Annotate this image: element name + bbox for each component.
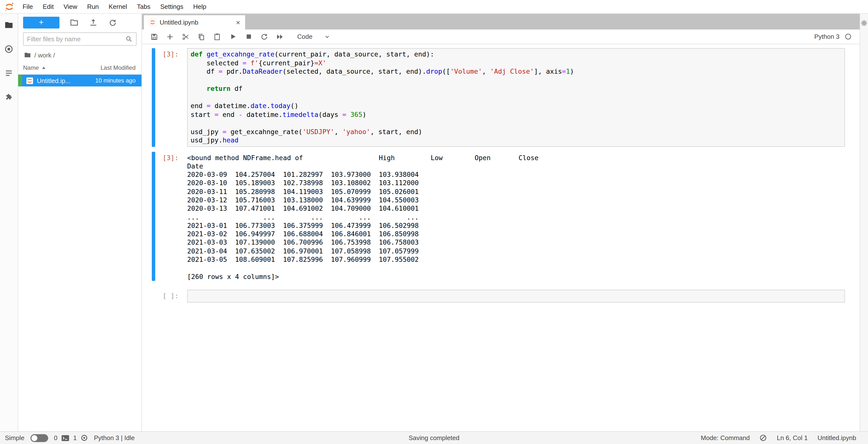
filter-files-box bbox=[23, 32, 136, 46]
code-line: df = pdr.DataReader(selected, data_sourc… bbox=[191, 67, 841, 76]
last-modified-column-header[interactable]: Last Modified bbox=[100, 64, 135, 71]
terminal-icon bbox=[61, 435, 69, 441]
upload-icon[interactable] bbox=[89, 18, 98, 27]
tab-title: Untitled.ipynb bbox=[160, 19, 198, 26]
new-folder-icon[interactable] bbox=[70, 18, 79, 27]
property-inspector-gear-icon[interactable] bbox=[861, 20, 868, 431]
code-line: usd_jpy = get_excahnge_rate('USDJPY', 'y… bbox=[191, 127, 841, 136]
status-message: Saving completed bbox=[409, 434, 460, 442]
input-collapser[interactable] bbox=[152, 48, 155, 147]
output-collapser[interactable] bbox=[152, 152, 155, 281]
running-kernel-indicator bbox=[18, 75, 22, 87]
empty-input-prompt: [ ]: bbox=[155, 290, 187, 303]
status-right-group: Mode: Command Ln 6, Col 1 Untitled.ipynb bbox=[701, 434, 856, 442]
code-line: usd_jpy.head bbox=[191, 136, 841, 145]
empty-cell-collapser bbox=[152, 290, 155, 303]
kernel-sessions-icon bbox=[81, 434, 88, 442]
menu-item-kernel[interactable]: Kernel bbox=[104, 0, 132, 13]
menu-bar: File Edit View Run Kernel Tabs Settings … bbox=[0, 0, 868, 14]
notebook-toolbar: Code Python 3 bbox=[142, 29, 860, 44]
code-cell: [3]: def get_excahnge_rate(current_pair,… bbox=[152, 48, 845, 147]
run-cell-icon[interactable] bbox=[228, 32, 237, 41]
insert-cell-icon[interactable] bbox=[165, 32, 175, 41]
cursor-position[interactable]: Ln 6, Col 1 bbox=[777, 434, 808, 442]
home-folder-icon bbox=[24, 52, 31, 58]
toggle-knob bbox=[31, 435, 37, 441]
right-sidebar-stripe bbox=[860, 14, 868, 431]
notification-bell-icon[interactable] bbox=[760, 434, 767, 442]
kernels-count: 1 bbox=[73, 434, 76, 442]
restart-kernel-icon[interactable] bbox=[260, 32, 269, 41]
running-sessions-icon[interactable] bbox=[4, 44, 14, 54]
breadcrumb[interactable]: / work / bbox=[18, 49, 142, 61]
notebook-file-icon bbox=[149, 19, 156, 26]
cell-type-label: Code bbox=[297, 33, 312, 40]
code-line bbox=[191, 93, 841, 102]
code-line: end = datetime.date.today() bbox=[191, 102, 841, 110]
filter-files-input[interactable] bbox=[27, 35, 125, 43]
sessions-summary[interactable]: 0 1 bbox=[54, 434, 88, 442]
notebook-file-icon bbox=[26, 77, 33, 84]
run-all-cells-icon[interactable] bbox=[276, 32, 284, 41]
jupyter-logo-icon bbox=[4, 1, 15, 12]
menu-item-edit[interactable]: Edit bbox=[38, 0, 59, 13]
code-editor[interactable]: def get_excahnge_rate(current_pair, data… bbox=[187, 48, 845, 147]
terminals-count: 0 bbox=[54, 434, 58, 442]
breadcrumb-path: / work / bbox=[34, 51, 55, 59]
code-line: selected = f'{current_pair}=X' bbox=[191, 59, 841, 67]
notebook-content: [3]: def get_excahnge_rate(current_pair,… bbox=[142, 44, 860, 431]
menu-item-file[interactable]: File bbox=[18, 0, 38, 13]
left-sidebar-stripe bbox=[0, 14, 18, 431]
folder-icon[interactable] bbox=[4, 20, 14, 30]
output-prompt: [3]: bbox=[155, 152, 187, 281]
code-line bbox=[191, 76, 841, 85]
input-prompt: [3]: bbox=[155, 48, 187, 147]
menu-item-run[interactable]: Run bbox=[82, 0, 104, 13]
save-icon[interactable] bbox=[150, 32, 159, 41]
sort-ascending-icon bbox=[42, 66, 46, 70]
cell-type-dropdown[interactable]: Code bbox=[297, 33, 330, 40]
cut-cell-icon[interactable] bbox=[181, 32, 190, 41]
status-bar: Simple 0 1 Python 3 | Idle Saving comple… bbox=[0, 431, 868, 444]
empty-code-cell: [ ]: bbox=[152, 290, 845, 303]
kernel-name: Python 3 bbox=[814, 33, 839, 40]
interrupt-kernel-icon[interactable] bbox=[244, 32, 253, 41]
file-browser-toolbar: + bbox=[18, 14, 142, 31]
file-row-untitled-notebook[interactable]: Untitled.ip... 10 minutes ago bbox=[18, 75, 142, 87]
chevron-down-icon bbox=[324, 34, 330, 39]
kernel-idle-icon bbox=[844, 33, 852, 40]
code-line: def get_excahnge_rate(current_pair, data… bbox=[191, 50, 841, 59]
active-file-name: Untitled.ipynb bbox=[817, 434, 856, 442]
file-browser-panel: + / work / Name bbox=[18, 14, 142, 431]
kernel-status-text[interactable]: Python 3 | Idle bbox=[94, 434, 134, 442]
tab-bar: Untitled.ipynb × bbox=[142, 14, 860, 29]
simple-mode-label: Simple bbox=[5, 434, 25, 442]
menu-item-tabs[interactable]: Tabs bbox=[132, 0, 155, 13]
file-modified-time: 10 minutes ago bbox=[95, 77, 142, 84]
table-of-contents-icon[interactable] bbox=[4, 68, 14, 78]
new-launcher-button[interactable]: + bbox=[23, 17, 59, 29]
menu-item-help[interactable]: Help bbox=[188, 0, 211, 13]
name-column-header[interactable]: Name bbox=[23, 64, 46, 71]
paste-cell-icon[interactable] bbox=[213, 32, 221, 41]
refresh-icon[interactable] bbox=[108, 18, 117, 27]
search-icon bbox=[125, 35, 133, 43]
menu-item-settings[interactable]: Settings bbox=[155, 0, 188, 13]
menu-item-view[interactable]: View bbox=[59, 0, 82, 13]
code-line bbox=[191, 119, 841, 127]
close-icon[interactable]: × bbox=[236, 19, 240, 26]
copy-cell-icon[interactable] bbox=[197, 32, 206, 41]
simple-mode-toggle[interactable] bbox=[30, 434, 48, 442]
file-name: Untitled.ip... bbox=[37, 77, 70, 84]
tab-untitled-notebook[interactable]: Untitled.ipynb × bbox=[144, 15, 245, 29]
output-cell: [3]: <bound method NDFrame.head of High … bbox=[152, 152, 845, 281]
code-line: start = end - datetime.timedelta(days = … bbox=[191, 110, 841, 119]
main-dock-panel: Untitled.ipynb × bbox=[142, 14, 860, 431]
file-list-header: Name Last Modified bbox=[18, 61, 142, 75]
output-area: <bound method NDFrame.head of High Low O… bbox=[187, 152, 845, 281]
kernel-indicator[interactable]: Python 3 bbox=[814, 33, 860, 40]
output-text: <bound method NDFrame.head of High Low O… bbox=[187, 154, 845, 281]
extensions-icon[interactable] bbox=[4, 92, 14, 102]
empty-code-editor[interactable] bbox=[187, 290, 845, 303]
command-mode-indicator[interactable]: Mode: Command bbox=[701, 434, 750, 442]
